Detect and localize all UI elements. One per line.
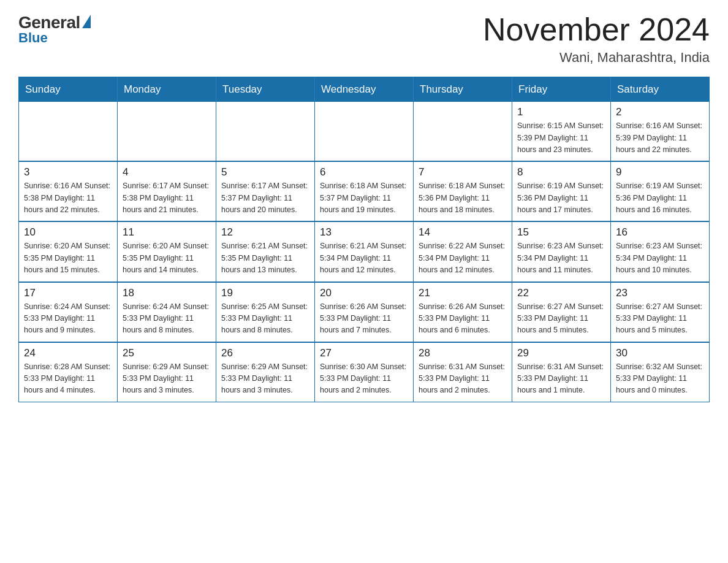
calendar-day-cell: 30Sunrise: 6:32 AM Sunset: 5:33 PM Dayli… <box>611 342 710 402</box>
calendar-week-row: 3Sunrise: 6:16 AM Sunset: 5:38 PM Daylig… <box>19 161 710 221</box>
calendar-day-cell <box>315 102 414 161</box>
day-info: Sunrise: 6:16 AM Sunset: 5:38 PM Dayligh… <box>24 180 112 216</box>
calendar-day-cell <box>118 102 216 161</box>
calendar-day-cell: 11Sunrise: 6:20 AM Sunset: 5:35 PM Dayli… <box>118 221 216 282</box>
day-info: Sunrise: 6:18 AM Sunset: 5:37 PM Dayligh… <box>320 180 408 216</box>
weekday-header-row: SundayMondayTuesdayWednesdayThursdayFrid… <box>19 77 710 102</box>
calendar-day-cell: 10Sunrise: 6:20 AM Sunset: 5:35 PM Dayli… <box>19 221 118 282</box>
day-info: Sunrise: 6:20 AM Sunset: 5:35 PM Dayligh… <box>24 240 112 276</box>
day-number: 11 <box>123 226 211 239</box>
calendar-day-cell: 29Sunrise: 6:31 AM Sunset: 5:33 PM Dayli… <box>512 342 611 402</box>
day-info: Sunrise: 6:27 AM Sunset: 5:33 PM Dayligh… <box>517 301 605 337</box>
title-block: November 2024 Wani, Maharashtra, India <box>483 12 710 66</box>
calendar-day-cell: 3Sunrise: 6:16 AM Sunset: 5:38 PM Daylig… <box>19 161 118 221</box>
weekday-header-wednesday: Wednesday <box>315 77 414 102</box>
day-number: 8 <box>517 166 605 178</box>
day-number: 25 <box>123 347 211 359</box>
day-number: 28 <box>419 347 507 359</box>
calendar-day-cell: 1Sunrise: 6:15 AM Sunset: 5:39 PM Daylig… <box>512 102 611 161</box>
day-number: 29 <box>517 347 605 359</box>
logo: General Blue <box>18 12 91 46</box>
calendar-day-cell: 16Sunrise: 6:23 AM Sunset: 5:34 PM Dayli… <box>611 221 710 282</box>
weekday-header-monday: Monday <box>118 77 216 102</box>
page-header: General Blue November 2024 Wani, Maharas… <box>18 12 710 66</box>
calendar-table: SundayMondayTuesdayWednesdayThursdayFrid… <box>18 77 710 402</box>
day-number: 26 <box>221 347 309 359</box>
calendar-day-cell: 15Sunrise: 6:23 AM Sunset: 5:34 PM Dayli… <box>512 221 611 282</box>
day-number: 9 <box>616 166 704 178</box>
calendar-day-cell: 14Sunrise: 6:22 AM Sunset: 5:34 PM Dayli… <box>414 221 512 282</box>
day-info: Sunrise: 6:21 AM Sunset: 5:34 PM Dayligh… <box>320 240 408 276</box>
month-year-title: November 2024 <box>483 12 710 47</box>
calendar-day-cell: 8Sunrise: 6:19 AM Sunset: 5:36 PM Daylig… <box>512 161 611 221</box>
day-info: Sunrise: 6:23 AM Sunset: 5:34 PM Dayligh… <box>616 240 704 276</box>
location-subtitle: Wani, Maharashtra, India <box>483 50 710 66</box>
day-number: 12 <box>221 226 309 239</box>
day-number: 10 <box>24 226 112 239</box>
day-number: 19 <box>221 287 309 299</box>
day-info: Sunrise: 6:20 AM Sunset: 5:35 PM Dayligh… <box>123 240 211 276</box>
weekday-header-thursday: Thursday <box>414 77 512 102</box>
calendar-day-cell: 7Sunrise: 6:18 AM Sunset: 5:36 PM Daylig… <box>414 161 512 221</box>
calendar-day-cell: 5Sunrise: 6:17 AM Sunset: 5:37 PM Daylig… <box>216 161 315 221</box>
day-info: Sunrise: 6:19 AM Sunset: 5:36 PM Dayligh… <box>517 180 605 216</box>
day-number: 14 <box>419 226 507 239</box>
day-number: 22 <box>517 287 605 299</box>
day-info: Sunrise: 6:24 AM Sunset: 5:33 PM Dayligh… <box>24 301 112 337</box>
calendar-day-cell: 24Sunrise: 6:28 AM Sunset: 5:33 PM Dayli… <box>19 342 118 402</box>
day-number: 3 <box>24 166 112 178</box>
calendar-week-row: 24Sunrise: 6:28 AM Sunset: 5:33 PM Dayli… <box>19 342 710 402</box>
calendar-day-cell: 6Sunrise: 6:18 AM Sunset: 5:37 PM Daylig… <box>315 161 414 221</box>
day-number: 6 <box>320 166 408 178</box>
day-number: 30 <box>616 347 704 359</box>
day-info: Sunrise: 6:22 AM Sunset: 5:34 PM Dayligh… <box>419 240 507 276</box>
day-info: Sunrise: 6:17 AM Sunset: 5:37 PM Dayligh… <box>221 180 309 216</box>
calendar-day-cell <box>216 102 315 161</box>
day-number: 18 <box>123 287 211 299</box>
day-info: Sunrise: 6:24 AM Sunset: 5:33 PM Dayligh… <box>123 301 211 337</box>
day-number: 7 <box>419 166 507 178</box>
weekday-header-sunday: Sunday <box>19 77 118 102</box>
day-info: Sunrise: 6:29 AM Sunset: 5:33 PM Dayligh… <box>221 361 309 397</box>
day-number: 15 <box>517 226 605 239</box>
calendar-day-cell: 22Sunrise: 6:27 AM Sunset: 5:33 PM Dayli… <box>512 282 611 342</box>
calendar-day-cell: 9Sunrise: 6:19 AM Sunset: 5:36 PM Daylig… <box>611 161 710 221</box>
calendar-day-cell: 21Sunrise: 6:26 AM Sunset: 5:33 PM Dayli… <box>414 282 512 342</box>
calendar-day-cell: 2Sunrise: 6:16 AM Sunset: 5:39 PM Daylig… <box>611 102 710 161</box>
day-info: Sunrise: 6:23 AM Sunset: 5:34 PM Dayligh… <box>517 240 605 276</box>
calendar-week-row: 1Sunrise: 6:15 AM Sunset: 5:39 PM Daylig… <box>19 102 710 161</box>
day-info: Sunrise: 6:31 AM Sunset: 5:33 PM Dayligh… <box>419 361 507 397</box>
calendar-day-cell: 27Sunrise: 6:30 AM Sunset: 5:33 PM Dayli… <box>315 342 414 402</box>
calendar-day-cell: 12Sunrise: 6:21 AM Sunset: 5:35 PM Dayli… <box>216 221 315 282</box>
day-number: 20 <box>320 287 408 299</box>
day-number: 16 <box>616 226 704 239</box>
calendar-day-cell: 26Sunrise: 6:29 AM Sunset: 5:33 PM Dayli… <box>216 342 315 402</box>
calendar-day-cell: 13Sunrise: 6:21 AM Sunset: 5:34 PM Dayli… <box>315 221 414 282</box>
day-info: Sunrise: 6:19 AM Sunset: 5:36 PM Dayligh… <box>616 180 704 216</box>
day-number: 5 <box>221 166 309 178</box>
day-info: Sunrise: 6:27 AM Sunset: 5:33 PM Dayligh… <box>616 301 704 337</box>
calendar-week-row: 10Sunrise: 6:20 AM Sunset: 5:35 PM Dayli… <box>19 221 710 282</box>
weekday-header-friday: Friday <box>512 77 611 102</box>
calendar-day-cell: 18Sunrise: 6:24 AM Sunset: 5:33 PM Dayli… <box>118 282 216 342</box>
day-info: Sunrise: 6:25 AM Sunset: 5:33 PM Dayligh… <box>221 301 309 337</box>
calendar-week-row: 17Sunrise: 6:24 AM Sunset: 5:33 PM Dayli… <box>19 282 710 342</box>
calendar-day-cell <box>414 102 512 161</box>
calendar-day-cell: 17Sunrise: 6:24 AM Sunset: 5:33 PM Dayli… <box>19 282 118 342</box>
day-number: 17 <box>24 287 112 299</box>
day-number: 13 <box>320 226 408 239</box>
day-info: Sunrise: 6:28 AM Sunset: 5:33 PM Dayligh… <box>24 361 112 397</box>
logo-triangle-icon <box>82 15 91 28</box>
logo-blue-text: Blue <box>18 30 48 46</box>
day-number: 4 <box>123 166 211 178</box>
calendar-day-cell: 4Sunrise: 6:17 AM Sunset: 5:38 PM Daylig… <box>118 161 216 221</box>
calendar-day-cell: 28Sunrise: 6:31 AM Sunset: 5:33 PM Dayli… <box>414 342 512 402</box>
calendar-day-cell: 19Sunrise: 6:25 AM Sunset: 5:33 PM Dayli… <box>216 282 315 342</box>
day-info: Sunrise: 6:26 AM Sunset: 5:33 PM Dayligh… <box>419 301 507 337</box>
day-info: Sunrise: 6:16 AM Sunset: 5:39 PM Dayligh… <box>616 120 704 156</box>
calendar-day-cell: 25Sunrise: 6:29 AM Sunset: 5:33 PM Dayli… <box>118 342 216 402</box>
day-info: Sunrise: 6:30 AM Sunset: 5:33 PM Dayligh… <box>320 361 408 397</box>
day-info: Sunrise: 6:17 AM Sunset: 5:38 PM Dayligh… <box>123 180 211 216</box>
day-info: Sunrise: 6:18 AM Sunset: 5:36 PM Dayligh… <box>419 180 507 216</box>
weekday-header-tuesday: Tuesday <box>216 77 315 102</box>
